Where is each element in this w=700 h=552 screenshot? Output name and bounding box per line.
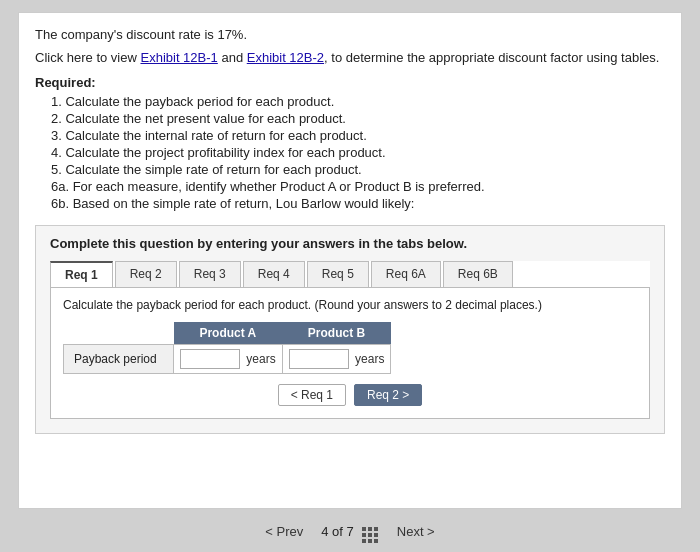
tab-req3[interactable]: Req 3 xyxy=(179,261,241,287)
req-item-3: 3. Calculate the internal rate of return… xyxy=(51,128,665,143)
product-b-cell: years xyxy=(282,345,391,374)
bottom-bar: < Prev 4 of 7 Next > xyxy=(0,509,700,552)
prev-button[interactable]: < Prev xyxy=(265,524,303,539)
req-item-6b: 6b. Based on the simple rate of return, … xyxy=(51,196,665,211)
exhibit-line: Click here to view Exhibit 12B-1 and Exh… xyxy=(35,50,665,65)
req-item-2: 2. Calculate the net present value for e… xyxy=(51,111,665,126)
next-req-button[interactable]: Req 2 > xyxy=(354,384,422,406)
prev-req-button[interactable]: < Req 1 xyxy=(278,384,346,406)
tab-req6a[interactable]: Req 6A xyxy=(371,261,441,287)
required-title: Required: xyxy=(35,75,665,90)
req-item-6a: 6a. For each measure, identify whether P… xyxy=(51,179,665,194)
question-box: Complete this question by entering your … xyxy=(35,225,665,434)
product-a-input[interactable] xyxy=(180,349,240,369)
tab-req6b[interactable]: Req 6B xyxy=(443,261,513,287)
col-header-product-a: Product A xyxy=(174,322,283,345)
req-item-1: 1. Calculate the payback period for each… xyxy=(51,94,665,109)
product-b-unit: years xyxy=(352,352,384,366)
exhibit-suffix: , to determine the appropriate discount … xyxy=(324,50,659,65)
exhibit-mid: and xyxy=(218,50,247,65)
product-table: Product A Product B Payback period years xyxy=(63,322,391,374)
required-list: 1. Calculate the payback period for each… xyxy=(35,94,665,211)
next-button[interactable]: Next > xyxy=(397,524,435,539)
tab-req1[interactable]: Req 1 xyxy=(50,261,113,287)
tab-req4[interactable]: Req 4 xyxy=(243,261,305,287)
instruction-line: Calculate the payback period for each pr… xyxy=(63,298,637,312)
tab-content: Calculate the payback period for each pr… xyxy=(50,288,650,419)
req-item-4: 4. Calculate the project profitability i… xyxy=(51,145,665,160)
col-header-product-b: Product B xyxy=(282,322,391,345)
nav-buttons: < Req 1 Req 2 > xyxy=(63,384,637,406)
discount-rate-line: The company's discount rate is 17%. xyxy=(35,27,665,42)
required-section: Required: 1. Calculate the payback perio… xyxy=(35,75,665,211)
tabs-row: Req 1 Req 2 Req 3 Req 4 Req 5 Req 6A Req… xyxy=(50,261,650,288)
exhibit-2-link[interactable]: Exhibit 12B-2 xyxy=(247,50,324,65)
question-header: Complete this question by entering your … xyxy=(50,236,650,251)
tab-req5[interactable]: Req 5 xyxy=(307,261,369,287)
page-number: 4 of 7 xyxy=(321,524,354,539)
exhibit-prefix: Click here to view xyxy=(35,50,140,65)
product-a-cell: years xyxy=(174,345,283,374)
grid-icon xyxy=(362,519,379,544)
tab-req2[interactable]: Req 2 xyxy=(115,261,177,287)
exhibit-1-link[interactable]: Exhibit 12B-1 xyxy=(140,50,217,65)
product-a-unit: years xyxy=(243,352,275,366)
row-label-payback: Payback period xyxy=(64,345,174,374)
table-row: Payback period years years xyxy=(64,345,391,374)
product-b-input[interactable] xyxy=(289,349,349,369)
req-item-5: 5. Calculate the simple rate of return f… xyxy=(51,162,665,177)
page-info: 4 of 7 xyxy=(321,519,379,544)
